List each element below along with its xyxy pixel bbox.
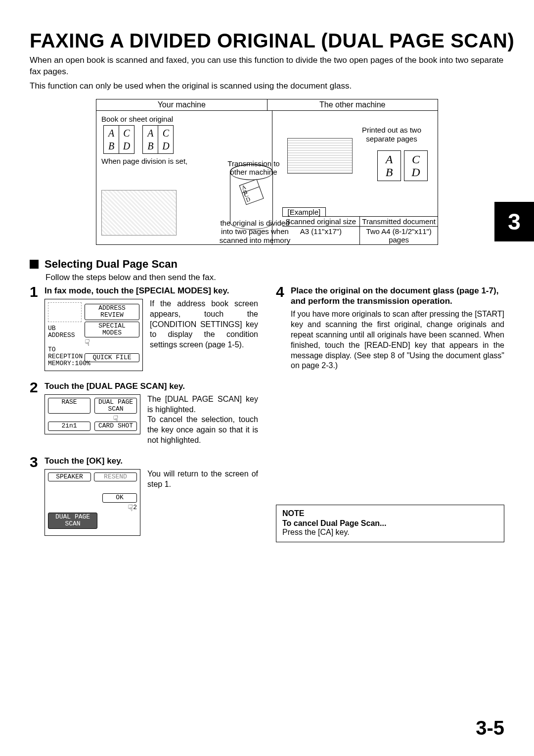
step-text: You will return to the screen of step 1. [147, 469, 258, 490]
step-number: 4 [276, 284, 284, 300]
step-number: 2 [30, 379, 38, 396]
step-text: The [DUAL PAGE SCAN] key is highlighted.… [147, 394, 258, 446]
step-3: 3 Touch the [OK] key. SPEAKER RESEND OK … [30, 456, 258, 536]
diagram-header-your-machine: Your machine [96, 99, 267, 111]
step-text: If you have more originals to scan after… [291, 309, 504, 371]
page-title: FAXING A DIVIDED ORIGINAL (DUAL PAGE SCA… [30, 30, 504, 52]
example-header-transmitted: Transmitted document [360, 217, 438, 226]
dual-page-scan-key: DUAL PAGE SCAN [94, 398, 137, 414]
step-title: In fax mode, touch the [SPECIAL MODES] k… [44, 285, 258, 296]
output-pages-icon: AB CD [377, 150, 428, 181]
intro-paragraph-1: When an open book is scanned and faxed, … [30, 55, 504, 78]
example-value-transmitted: Two A4 (8-1/2"x11") pages [360, 227, 438, 244]
step-2: 2 Touch the [DUAL PAGE SCAN] key. RASE D… [30, 381, 258, 446]
printed-note: Printed out as two separate pages [355, 126, 429, 143]
lcd-panel-step1: UB ADDRESS TO RECEPTION MEMORY:100% ADDR… [44, 299, 143, 371]
note-body: Press the [CA] key. [282, 528, 498, 537]
book-icon: AB CD [142, 125, 174, 154]
note-heading: NOTE [282, 509, 498, 518]
intro-paragraph-2: This function can only be used when the … [30, 81, 504, 92]
special-modes-key: SPECIAL MODES [85, 322, 139, 338]
ok-key: OK [102, 493, 137, 502]
note-box: NOTE To cancel Dual Page Scan... Press t… [276, 505, 504, 542]
step-title: Touch the [DUAL PAGE SCAN] key. [44, 381, 258, 391]
step-title: Touch the [OK] key. [44, 456, 258, 466]
section-lead: Follow the steps below and then send the… [45, 273, 504, 283]
quick-file-key: QUICK FILE [85, 353, 139, 362]
diagram-header-other-machine: The other machine [267, 99, 438, 111]
example-table: [Example] Scanned original size Transmit… [282, 207, 438, 244]
example-header-scanned: Scanned original size [282, 217, 360, 226]
address-review-key: ADDRESS REVIEW [85, 304, 139, 320]
step-number: 3 [30, 454, 38, 471]
book-icon: AB CD [103, 125, 134, 154]
step-1: 1 In fax mode, touch the [SPECIAL MODES]… [30, 285, 258, 371]
dual-page-diagram: Your machine The other machine Book or s… [96, 99, 438, 245]
page-number: 3-5 [476, 717, 504, 739]
note-subheading: To cancel Dual Page Scan... [282, 519, 498, 528]
erase-key: RASE [48, 398, 90, 414]
section-heading: Selecting Dual Page Scan [30, 258, 504, 271]
step-number: 1 [30, 284, 38, 300]
section-title: Selecting Dual Page Scan [44, 258, 178, 271]
lcd-panel-step2: RASE DUAL PAGE SCAN ☟ 2in1 CARD SHOT [44, 394, 140, 434]
chapter-tab: 3 [494, 202, 534, 241]
speaker-key: SPEAKER [48, 472, 91, 481]
step-text: If the address book screen appears, touc… [150, 299, 258, 350]
resend-key: RESEND [94, 472, 137, 481]
bullet-square-icon [30, 260, 39, 269]
lcd-panel-step3: SPEAKER RESEND OK ☟2 DUAL PAGE SCAN [44, 469, 140, 535]
scanner-icon [101, 190, 177, 236]
example-value-scanned: A3 (11"x17") [282, 227, 360, 244]
fax-machine-icon [287, 138, 353, 174]
step-4: 4 Place the original on the document gla… [276, 285, 504, 371]
example-label: [Example] [282, 207, 326, 216]
book-label: Book or sheet original [101, 115, 267, 123]
step-title: Place the original on the document glass… [291, 285, 504, 307]
two-in-one-key: 2in1 [48, 422, 90, 430]
dual-page-scan-key-inverted: DUAL PAGE SCAN [48, 513, 97, 529]
